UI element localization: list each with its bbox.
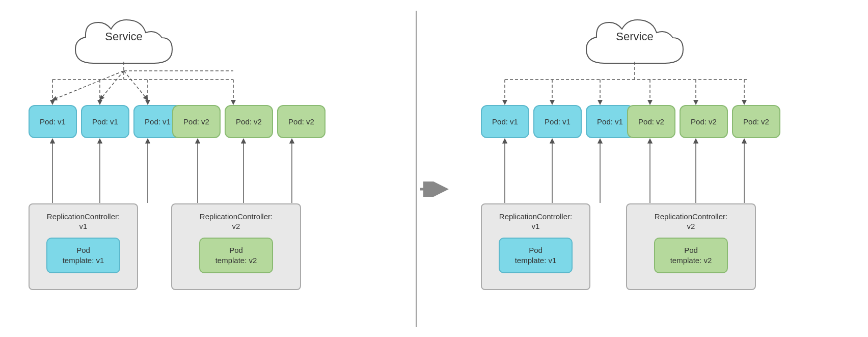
right-cloud-svg	[576, 15, 693, 76]
left-half: Service	[0, 6, 416, 332]
right-pod-v1-1: Pod: v1	[481, 105, 529, 138]
left-pt-v1: Podtemplate: v1	[46, 238, 120, 273]
left-pod-v2-group: Pod: v2 Pod: v2 Pod: v2	[172, 105, 326, 138]
right-pod-v2-1: Pod: v2	[627, 105, 675, 138]
left-service-label: Service	[65, 30, 182, 43]
left-pod-v2-2: Pod: v2	[225, 105, 273, 138]
right-pod-v2-3: Pod: v2	[732, 105, 780, 138]
left-rc-v1-title: ReplicationController:v1	[47, 212, 120, 231]
left-cloud: Service	[65, 15, 182, 76]
left-cloud-svg	[65, 15, 182, 76]
right-rc-v1-title: ReplicationController:v1	[499, 212, 572, 231]
right-pod-v1-group: Pod: v1 Pod: v1 Pod: v1	[481, 105, 634, 138]
right-half: Service Pod: v1 Pod: v1 Pod: v1 Pod: v2 …	[452, 6, 868, 332]
right-rc-v2: ReplicationController:v2 Podtemplate: v2	[626, 203, 756, 290]
left-rc-v2-title: ReplicationController:v2	[200, 212, 273, 231]
right-pt-v2: Podtemplate: v2	[654, 238, 728, 273]
right-pod-v2-2: Pod: v2	[680, 105, 728, 138]
left-rc-v2: ReplicationController:v2 Podtemplate: v2	[171, 203, 301, 290]
left-rc-v1: ReplicationController:v1 Podtemplate: v1	[29, 203, 138, 290]
transition-arrow-svg	[419, 182, 450, 197]
right-rc-v2-title: ReplicationController:v2	[655, 212, 727, 231]
left-pod-v1-2: Pod: v1	[81, 105, 129, 138]
right-pt-v1: Podtemplate: v1	[499, 238, 573, 273]
left-pt-v2: Podtemplate: v2	[199, 238, 273, 273]
right-cloud: Service	[576, 15, 693, 76]
right-rc-v1: ReplicationController:v1 Podtemplate: v1	[481, 203, 590, 290]
left-pod-v2-1: Pod: v2	[172, 105, 221, 138]
right-pod-v1-2: Pod: v1	[533, 105, 582, 138]
right-pod-v2-group: Pod: v2 Pod: v2 Pod: v2	[627, 105, 780, 138]
divider	[416, 11, 417, 327]
right-service-label: Service	[576, 30, 693, 43]
left-pod-v1-group: Pod: v1 Pod: v1 Pod: v1	[29, 105, 182, 138]
left-pod-v2-3: Pod: v2	[277, 105, 326, 138]
diagram-container: Service	[0, 0, 868, 337]
transition-arrow-wrapper	[417, 182, 452, 197]
left-pod-v1-1: Pod: v1	[29, 105, 77, 138]
